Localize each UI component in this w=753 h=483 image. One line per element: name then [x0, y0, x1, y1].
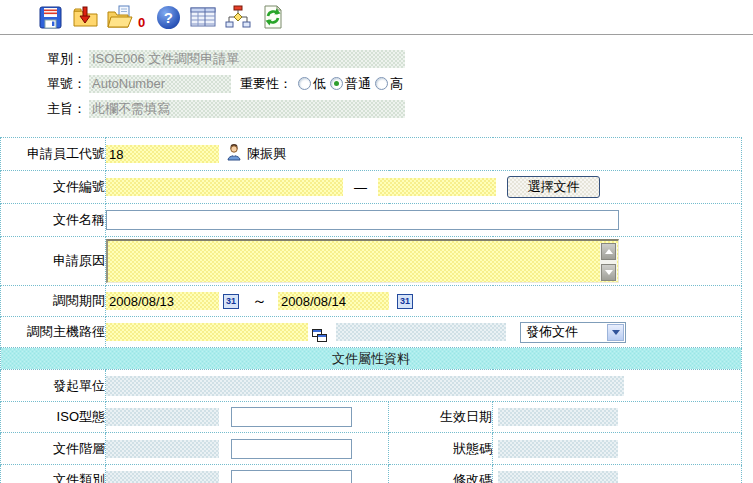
origin-unit-label: 發起單位 [1, 370, 106, 402]
folder-import-icon [72, 4, 99, 30]
doc-level-field [106, 440, 219, 458]
table-row: 文件名稱 [1, 204, 742, 237]
doc-category-field [106, 471, 219, 483]
person-icon [226, 144, 242, 164]
section-header-row: 文件屬性資料 [1, 348, 742, 370]
help-button[interactable]: ? [155, 4, 181, 31]
doc-level-label: 文件階層 [1, 433, 106, 465]
dropdown-value: 發佈文件 [526, 323, 578, 341]
period-tilde: ～ [252, 292, 267, 311]
importance-group: 重要性： 低 普通 高 [240, 75, 407, 93]
select-document-button[interactable]: 選擇文件 [507, 176, 600, 198]
list-view-button[interactable] [190, 4, 216, 31]
doc-category-input[interactable] [231, 470, 352, 483]
host-path-label: 調閱主機路徑 [1, 317, 106, 348]
doc-no-label: 文件編號 [1, 171, 106, 204]
toolbar: 0 ? [0, 0, 753, 35]
period-to-input[interactable] [278, 292, 389, 310]
origin-unit-field [106, 376, 624, 396]
table-row: 申請原因 [1, 237, 742, 286]
table-row: 調閱期間 31 ～ 31 [1, 286, 742, 317]
workflow-button[interactable] [225, 4, 251, 31]
table-row: 申請員工代號 陳振興 [1, 138, 742, 171]
doc-category-label: 文件類別 [1, 465, 106, 483]
doc-level-input[interactable] [231, 439, 352, 459]
doc-type-label: 單別： [40, 50, 86, 68]
iso-type-label: ISO型態 [1, 402, 106, 433]
radio-normal-icon[interactable] [330, 77, 343, 90]
host-path-input[interactable] [106, 323, 308, 341]
reason-textarea[interactable] [106, 239, 619, 283]
checkout-button[interactable] [107, 4, 133, 31]
flowchart-icon [225, 5, 251, 30]
doc-number-field [89, 75, 231, 93]
chevron-down-icon[interactable] [607, 324, 624, 341]
request-form-table: 申請員工代號 陳振興 文件編號 — 選擇文件 [0, 137, 742, 483]
header-form: 單別： 單號： 重要性： 低 普通 高 主旨： [0, 35, 753, 121]
period-label: 調閱期間 [1, 286, 106, 317]
effective-date-label: 生效日期 [389, 402, 493, 433]
reason-label: 申請原因 [1, 237, 106, 286]
doc-number-label: 單號： [40, 75, 86, 93]
effective-date-field [498, 408, 618, 426]
table-row: 文件類別 修改碼 [1, 465, 742, 483]
doc-name-label: 文件名稱 [1, 204, 106, 237]
checkout-count-badge: 0 [138, 15, 145, 30]
help-icon: ? [157, 6, 180, 29]
refresh-button[interactable] [260, 4, 286, 31]
doc-no-from-input[interactable] [106, 178, 343, 196]
table-row: ISO型態 生效日期 [1, 402, 742, 433]
doc-no-separator: — [354, 180, 367, 195]
radio-high-icon[interactable] [375, 77, 388, 90]
scroll-down-icon[interactable] [601, 264, 616, 281]
browse-windows-icon[interactable] [312, 329, 328, 343]
importance-option-low[interactable]: 低 [298, 75, 326, 93]
period-from-input[interactable] [106, 292, 219, 310]
calendar-icon[interactable]: 31 [223, 294, 239, 309]
document-type-dropdown[interactable]: 發佈文件 [520, 322, 626, 343]
importance-label: 重要性： [240, 75, 292, 93]
section-title: 文件屬性資料 [1, 348, 742, 370]
iso-type-input[interactable] [231, 407, 352, 427]
doc-name-input[interactable] [106, 210, 619, 230]
scroll-up-icon[interactable] [601, 243, 616, 260]
refresh-icon [261, 4, 285, 30]
host-path-readonly-field [336, 323, 506, 341]
table-row: 發起單位 [1, 370, 742, 402]
radio-low-icon[interactable] [298, 77, 311, 90]
subject-field [89, 100, 405, 118]
doc-type-field [89, 50, 405, 68]
save-button[interactable] [37, 4, 63, 31]
table-row: 文件編號 — 選擇文件 [1, 171, 742, 204]
applicant-id-input[interactable] [106, 145, 219, 163]
table-row: 調閱主機路徑 發佈文件 [1, 317, 742, 348]
doc-no-to-input[interactable] [378, 178, 496, 196]
iso-type-field [106, 408, 219, 426]
revision-code-label: 修改碼 [389, 465, 493, 483]
revision-code-field [498, 471, 618, 483]
list-grid-icon [189, 5, 217, 29]
reason-scrollbar[interactable] [600, 243, 617, 281]
applicant-name: 陳振興 [247, 145, 286, 163]
checkin-button[interactable] [72, 4, 98, 31]
importance-option-high[interactable]: 高 [375, 75, 403, 93]
status-code-field [498, 440, 618, 458]
status-code-label: 狀態碼 [389, 433, 493, 465]
save-icon [38, 5, 63, 30]
applicant-label: 申請員工代號 [1, 138, 106, 171]
importance-option-normal[interactable]: 普通 [330, 75, 371, 93]
calendar-icon[interactable]: 31 [397, 294, 413, 309]
subject-label: 主旨： [40, 100, 86, 118]
table-row: 文件階層 狀態碼 [1, 433, 742, 465]
folder-open-icon [106, 4, 134, 30]
